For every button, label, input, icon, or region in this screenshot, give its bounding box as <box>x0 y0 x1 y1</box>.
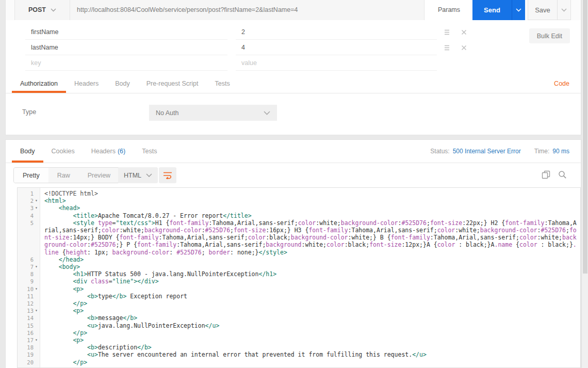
code-text[interactable]: <p> <box>40 285 580 293</box>
code-line: 21▾ <p> <box>18 366 580 368</box>
param-key-input[interactable]: key <box>25 55 227 71</box>
code-editor[interactable]: 1<!DOCTYPE html>2▾<html>3▾ <head>4 <titl… <box>17 187 581 368</box>
param-value-input[interactable]: value <box>236 55 437 71</box>
fold-arrow-icon[interactable]: ▾ <box>34 204 40 212</box>
code-text[interactable]: <!DOCTYPE html> <box>40 190 580 197</box>
code-text[interactable]: <head> <box>40 204 580 212</box>
request-url-input[interactable]: http://localhost:8084/CoolWeb/service/pe… <box>70 0 424 20</box>
authorization-panel: Type No Auth <box>6 93 581 135</box>
code-text[interactable]: <title>Apache Tomcat/8.0.27 - Error repo… <box>40 212 580 219</box>
fold-arrow-icon[interactable]: ▾ <box>34 285 40 293</box>
line-number: 11 <box>18 293 40 300</box>
param-row: firstName 2 Bulk Edit <box>6 24 581 40</box>
code-line: 18 <b>description</b> <box>18 344 580 351</box>
auth-type-select[interactable]: No Auth <box>149 105 277 121</box>
view-mode-group: Pretty Raw Preview <box>13 167 120 183</box>
auth-type-label: Type <box>22 108 36 116</box>
tab-response-tests[interactable]: Tests <box>134 140 165 163</box>
code-line: 19 <u>The server encountered an internal… <box>18 351 580 358</box>
time-value: 90 ms <box>552 148 569 155</box>
code-text[interactable]: <b>description</b> <box>40 344 580 351</box>
line-number[interactable]: 21▾ <box>18 366 40 368</box>
code-text[interactable]: <p> <box>40 337 580 344</box>
code-text[interactable]: </p> <box>40 300 580 307</box>
line-number[interactable]: 2▾ <box>18 197 40 204</box>
tab-pre-request-script[interactable]: Pre-request Script <box>138 74 207 93</box>
line-number: 15 <box>18 322 40 329</box>
remove-row-icon[interactable] <box>460 43 468 52</box>
code-text[interactable]: <style type="text/css">H1 {font-family:T… <box>40 219 580 256</box>
tab-tests[interactable]: Tests <box>206 74 238 93</box>
fold-arrow-icon[interactable]: ▾ <box>34 337 40 344</box>
code-text[interactable]: </head> <box>40 256 580 263</box>
drag-handle-icon[interactable] <box>443 43 451 52</box>
line-number: 6 <box>18 256 40 263</box>
code-text[interactable]: <u>The server encountered an internal er… <box>40 351 580 358</box>
fold-arrow-icon[interactable]: ▾ <box>34 263 40 270</box>
line-number[interactable]: 13▾ <box>18 307 40 314</box>
request-url-text: http://localhost:8084/CoolWeb/service/pe… <box>77 6 298 13</box>
param-value-input[interactable]: 4 <box>236 40 437 55</box>
code-text[interactable]: <html> <box>40 197 580 204</box>
generate-code-link[interactable]: Code <box>554 74 569 93</box>
tab-response-body[interactable]: Body <box>12 140 43 163</box>
response-tabs: Body Cookies Headers (6) Tests Status: 5… <box>6 140 581 163</box>
send-options-button[interactable] <box>512 0 525 20</box>
code-line: 10▾ <p> <box>18 285 580 293</box>
code-text[interactable]: </p> <box>40 359 580 366</box>
save-options-button[interactable] <box>557 0 571 20</box>
vertical-scrollbar-track[interactable] <box>581 0 588 368</box>
code-text[interactable]: <b>type</b> Exception report <box>40 293 580 300</box>
copy-icon <box>542 170 550 179</box>
code-line: 9 <div class="line"></div> <box>18 278 580 285</box>
send-button[interactable]: Send <box>472 0 512 20</box>
code-text[interactable]: <div class="line"></div> <box>40 278 580 285</box>
param-value-input[interactable]: 2 <box>236 24 437 40</box>
tab-body[interactable]: Body <box>107 74 138 93</box>
code-text[interactable]: <body> <box>40 263 580 270</box>
line-number: 8 <box>18 270 40 278</box>
code-text[interactable]: <u>java.lang.NullPointerException</u> <box>40 322 580 329</box>
tab-headers[interactable]: Headers <box>66 74 107 93</box>
code-line: 8 <h1>HTTP Status 500 - java.lang.NullPo… <box>18 270 580 278</box>
code-line: 17▾ <p> <box>18 337 580 344</box>
status-value: 500 Internal Server Error <box>453 148 521 155</box>
fold-arrow-icon[interactable]: ▾ <box>34 197 40 204</box>
http-method-select[interactable]: POST <box>14 0 70 20</box>
line-number: 14 <box>18 314 40 322</box>
wrap-text-button[interactable] <box>159 167 176 183</box>
language-select[interactable]: HTML <box>118 167 158 183</box>
code-text[interactable]: <h1>HTTP Status 500 - java.lang.NullPoin… <box>40 270 580 278</box>
line-number: 9 <box>18 278 40 285</box>
param-key-input[interactable]: lastName <box>25 40 227 55</box>
code-text[interactable]: <b>message</b> <box>40 314 580 322</box>
line-number: 5 <box>18 219 40 256</box>
tab-response-headers[interactable]: Headers (6) <box>83 140 134 163</box>
param-key-input[interactable]: firstName <box>25 24 227 40</box>
remove-row-icon[interactable] <box>460 28 468 36</box>
fold-arrow-icon[interactable]: ▾ <box>34 307 40 314</box>
code-text[interactable]: </p> <box>40 329 580 337</box>
tab-response-cookies[interactable]: Cookies <box>43 140 83 163</box>
code-text[interactable]: <p> <box>40 366 580 368</box>
params-toggle-button[interactable]: Params <box>424 0 474 20</box>
search-response-button[interactable] <box>557 169 567 180</box>
line-number: 18 <box>18 344 40 351</box>
view-mode-preview[interactable]: Preview <box>79 168 119 183</box>
vertical-scrollbar-thumb[interactable] <box>583 0 587 274</box>
drag-handle-icon[interactable] <box>443 28 451 36</box>
tab-authorization[interactable]: Authorization <box>12 74 66 93</box>
fold-arrow-icon[interactable]: ▾ <box>34 366 40 368</box>
http-method-label: POST <box>28 6 46 13</box>
view-mode-raw[interactable]: Raw <box>48 168 79 183</box>
view-mode-pretty[interactable]: Pretty <box>14 168 48 183</box>
code-text[interactable]: <p> <box>40 307 580 314</box>
save-split-button: Save <box>528 0 571 20</box>
line-number[interactable]: 7▾ <box>18 263 40 270</box>
response-body-toolbar: Pretty Raw Preview HTML <box>6 163 581 187</box>
copy-response-button[interactable] <box>541 169 551 180</box>
line-number[interactable]: 3▾ <box>18 204 40 212</box>
line-number[interactable]: 10▾ <box>18 285 40 293</box>
save-button[interactable]: Save <box>528 0 557 20</box>
line-number[interactable]: 17▾ <box>18 337 40 344</box>
